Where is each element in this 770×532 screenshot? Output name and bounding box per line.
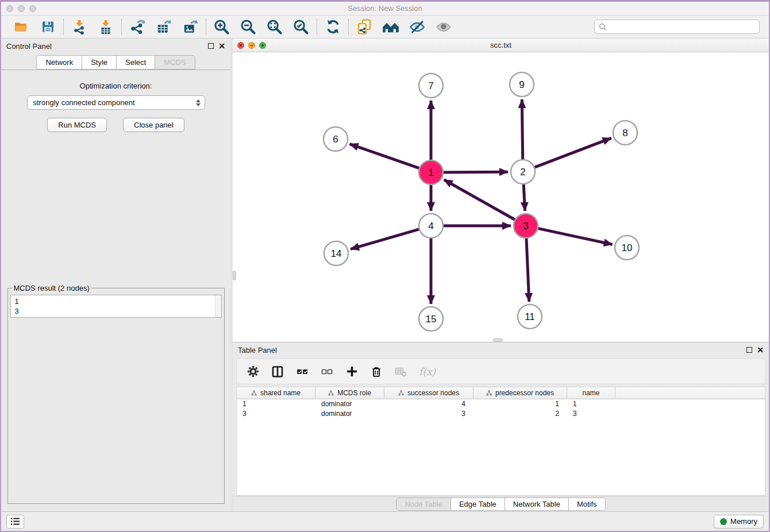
control-panel-title: Control Panel xyxy=(6,42,52,51)
table-panel: Table Panel ✕ xyxy=(233,342,769,511)
clone-network-icon xyxy=(356,19,372,35)
column-header-shared-name[interactable]: shared name xyxy=(237,387,315,399)
table-panel-header: Table Panel ✕ xyxy=(233,342,769,357)
network-window-title: scc.txt xyxy=(490,41,511,49)
column-header-successor-nodes[interactable]: successor nodes xyxy=(384,387,473,399)
first-neighbors-button[interactable] xyxy=(382,18,399,36)
new-network-from-selection-button[interactable] xyxy=(356,18,373,36)
cell[interactable]: 1 xyxy=(567,399,615,409)
run-mcds-button[interactable]: Run MCDS xyxy=(47,118,107,132)
edge-3-11[interactable] xyxy=(526,238,529,302)
tab-edge-table[interactable]: Edge Table xyxy=(451,498,505,511)
tab-select[interactable]: Select xyxy=(116,55,155,70)
show-columns-button[interactable] xyxy=(271,365,284,379)
tab-motifs[interactable]: Motifs xyxy=(568,498,606,511)
table-row[interactable]: 3dominator323 xyxy=(237,409,765,419)
tab-network-table[interactable]: Network Table xyxy=(505,498,569,511)
edge-3-1[interactable] xyxy=(444,180,515,219)
search-input[interactable] xyxy=(610,22,755,32)
window-titlebar: Session: New Session xyxy=(1,2,769,16)
edge-4-14[interactable] xyxy=(351,229,419,249)
import-table-button[interactable] xyxy=(97,18,114,36)
float-table-panel-icon[interactable] xyxy=(746,347,752,353)
create-column-button[interactable] xyxy=(345,365,359,379)
tab-network[interactable]: Network xyxy=(36,55,82,70)
export-network-button[interactable] xyxy=(129,18,146,36)
cell[interactable]: 4 xyxy=(384,399,473,409)
horizontal-scrollbar-thumb[interactable] xyxy=(493,338,503,342)
mcds-result-text[interactable]: 1 3 xyxy=(10,295,222,318)
close-panel-icon[interactable]: ✕ xyxy=(218,42,225,50)
eye-slash-icon xyxy=(409,19,425,35)
close-table-panel-icon[interactable]: ✕ xyxy=(757,346,764,354)
vertical-scrollbar-thumb[interactable] xyxy=(233,271,236,280)
criterion-dropdown[interactable]: strongly connected component xyxy=(27,95,205,110)
select-all-columns-button[interactable] xyxy=(295,365,309,379)
node-label-1: 1 xyxy=(428,167,433,178)
cell[interactable]: 3 xyxy=(567,409,615,419)
close-panel-button[interactable]: Close panel xyxy=(123,118,184,132)
cell[interactable]: 1 xyxy=(237,399,315,409)
edge-3-10[interactable] xyxy=(538,229,613,245)
network-canvas[interactable]: 7968124314101511 xyxy=(233,52,769,342)
edge-1-6[interactable] xyxy=(350,144,419,168)
network-close-icon[interactable] xyxy=(237,42,244,49)
node-label-10: 10 xyxy=(622,242,633,253)
hide-selected-button[interactable] xyxy=(409,18,426,36)
export-table-button[interactable] xyxy=(155,18,172,36)
tab-mcds[interactable]: MCDS xyxy=(155,55,195,70)
network-maximize-icon[interactable] xyxy=(259,42,266,49)
cell[interactable]: 3 xyxy=(384,409,473,419)
cell[interactable]: dominator xyxy=(315,399,384,409)
zoom-in-button[interactable] xyxy=(213,18,230,36)
memory-button[interactable]: Memory xyxy=(714,515,764,529)
open-session-button[interactable] xyxy=(13,18,30,36)
cell[interactable]: 3 xyxy=(237,409,315,419)
column-header-MCDS-role[interactable]: MCDS role xyxy=(315,387,384,399)
export-image-icon xyxy=(183,19,198,34)
table-row[interactable]: 1dominator411 xyxy=(237,399,765,409)
tab-style[interactable]: Style xyxy=(82,55,117,70)
search-field[interactable] xyxy=(594,20,760,34)
gear-icon xyxy=(247,365,259,377)
edge-2-8[interactable] xyxy=(535,138,611,167)
zoom-fit-button[interactable] xyxy=(266,18,283,36)
edge-2-3[interactable] xyxy=(523,184,525,211)
import-network-button[interactable] xyxy=(71,18,88,36)
column-header-predecessor-nodes[interactable]: predecessor nodes xyxy=(473,387,567,399)
float-panel-icon[interactable] xyxy=(208,43,214,49)
column-label: name xyxy=(582,389,599,397)
cell[interactable]: 2 xyxy=(473,409,567,419)
network-minimize-icon[interactable] xyxy=(248,42,255,49)
memory-status-icon xyxy=(720,518,727,525)
node-label-3: 3 xyxy=(523,221,528,232)
memory-label: Memory xyxy=(730,517,757,526)
export-image-button[interactable] xyxy=(182,18,199,36)
delete-column-button[interactable] xyxy=(369,365,383,379)
table-settings-button[interactable] xyxy=(246,365,260,379)
show-all-button[interactable] xyxy=(435,18,452,36)
cell[interactable]: 1 xyxy=(473,399,567,409)
tab-node-table[interactable]: Node Table xyxy=(396,498,451,511)
result-scrollbar[interactable] xyxy=(215,295,221,317)
checked-boxes-icon xyxy=(297,366,308,377)
delete-table-button xyxy=(394,365,408,379)
zoom-out-button[interactable] xyxy=(240,18,257,36)
unselect-all-columns-button[interactable] xyxy=(320,365,334,379)
dropdown-stepper-icon xyxy=(196,99,202,106)
edge-1-2[interactable] xyxy=(444,172,508,172)
edge-2-9[interactable] xyxy=(522,99,522,159)
cell[interactable]: dominator xyxy=(315,409,384,419)
table-tabs: Node TableEdge TableNetwork TableMotifs xyxy=(233,496,769,511)
refresh-layout-button[interactable] xyxy=(324,18,341,36)
close-window-icon[interactable] xyxy=(6,5,13,12)
zoom-selected-button[interactable] xyxy=(292,18,310,36)
minimize-window-icon[interactable] xyxy=(18,5,25,12)
optimization-criterion-label: Optimization criterion: xyxy=(80,82,152,90)
column-header-name[interactable]: name xyxy=(567,387,615,399)
network-window-titlebar: scc.txt xyxy=(233,38,769,52)
task-history-button[interactable] xyxy=(6,515,24,529)
maximize-window-icon[interactable] xyxy=(29,5,36,12)
zoom-in-icon xyxy=(214,19,230,35)
save-session-button[interactable] xyxy=(39,18,56,36)
